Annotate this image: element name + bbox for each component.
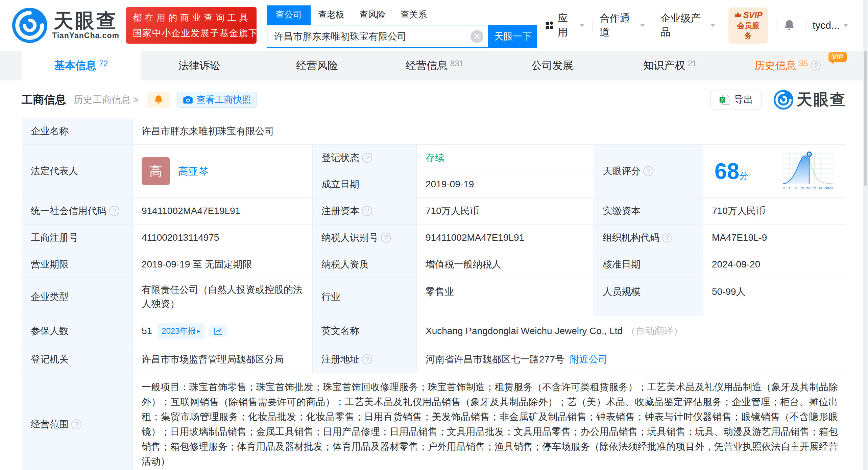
reg-number-label: 工商注册号: [22, 225, 133, 251]
reg-status-label: 登记状态?: [313, 145, 417, 171]
logo-subtitle: TianYanCha.com: [52, 31, 119, 40]
taxpayer-quality-label: 纳税人资质: [313, 251, 417, 278]
chevron-down-icon: [843, 24, 848, 27]
banner-line2: 国家中小企业发展子基金旗下机构: [133, 27, 250, 39]
table-row: 统一社会信用代码? 91411002MA47E19L91 注册资本? 710万人…: [22, 198, 846, 225]
table-row: 营业期限 2019-09-19 至 无固定期限 纳税人资质 增值税一般纳税人 核…: [22, 251, 846, 278]
svg-text:X: X: [721, 97, 724, 102]
company-name-value: 许昌市胖东来唯初珠宝有限公司: [133, 118, 847, 144]
est-date-value: 2019-09-19: [417, 171, 594, 198]
svg-text:0: 0: [783, 186, 785, 190]
svg-text:100: 100: [827, 186, 833, 190]
staff-size-label: 人员规模: [594, 278, 703, 316]
address-label: 注册地址?: [313, 346, 417, 373]
nearby-companies-link[interactable]: 附近公司: [570, 352, 608, 367]
help-icon[interactable]: ?: [362, 153, 372, 163]
tab-business-info[interactable]: 经营信息831: [376, 51, 493, 80]
reg-number-value: 411002013114975: [133, 225, 313, 251]
reg-capital-value: 710万人民币: [417, 198, 594, 224]
tab-company-development[interactable]: 公司发展: [493, 51, 611, 80]
search-tab-risk[interactable]: 查风险: [352, 5, 393, 25]
tab-intellectual-property[interactable]: 知识产权21: [611, 51, 729, 80]
nav-enterprise[interactable]: 企业级产品: [653, 11, 723, 39]
tianyancha-swirl-icon: [774, 90, 793, 110]
help-icon[interactable]: ?: [109, 206, 119, 216]
clear-search-icon[interactable]: ✕: [471, 30, 483, 43]
legal-rep-label: 法定代表人: [22, 145, 133, 197]
nav-apps[interactable]: 应用: [537, 11, 592, 39]
table-row: 企业名称 许昌市胖东来唯初珠宝有限公司: [22, 118, 846, 145]
camera-icon: [183, 95, 193, 104]
search-tab-company[interactable]: 查公司: [267, 5, 311, 25]
org-code-value: MA47E19L-9: [703, 225, 847, 251]
company-type-value: 有限责任公司（自然人投资或控股的法人独资）: [133, 278, 313, 316]
tab-operating-risk[interactable]: 经营风险: [258, 51, 376, 80]
crown-icon: [734, 11, 742, 18]
tab-history-info[interactable]: VIP 历史信息35 ?: [729, 51, 846, 80]
business-info-table: 企业名称 许昌市胖东来唯初珠宝有限公司 法定代表人 高 高亚琴 登记状态? 存续…: [22, 118, 846, 470]
export-button[interactable]: X 导出: [710, 90, 762, 110]
tianyancha-logo[interactable]: 天眼查 TianYanCha.com: [12, 8, 119, 43]
legal-rep-cell: 高 高亚琴: [133, 145, 313, 197]
monitor-bell-button[interactable]: [147, 92, 170, 108]
bell-icon: [154, 95, 163, 105]
logo-title: 天眼查: [52, 10, 119, 31]
tianyancha-swirl-icon: [12, 8, 47, 43]
tab-basic-info[interactable]: 基本信息72: [22, 51, 141, 80]
score-label: 天眼评分?: [594, 145, 703, 197]
scope-value: 一般项目：珠宝首饰零售；珠宝首饰批发；珠宝首饰回收修理服务；珠宝首饰制造；租赁服…: [133, 373, 847, 470]
table-row: 参保人数 51 2023年报▸ 英文名称 Xuchang Pangdonglai…: [22, 316, 846, 346]
address-cell: 河南省许昌市魏都区七一路277号 附近公司: [417, 346, 847, 373]
help-icon[interactable]: ?: [362, 206, 372, 216]
industry-value: 零售业: [417, 278, 594, 316]
table-row: 法定代表人 高 高亚琴 登记状态? 存续 成立日期 2019-09-19 天眼评…: [22, 145, 846, 198]
nav-partner[interactable]: 合作通道: [592, 11, 653, 39]
scrollbar[interactable]: [863, 0, 868, 470]
view-business-snapshot-button[interactable]: 查看工商快照: [177, 92, 257, 108]
help-icon[interactable]: ?: [811, 61, 821, 71]
scrollbar-thumb[interactable]: [864, 51, 867, 186]
svip-member-button[interactable]: SVIP 会员服务: [728, 7, 768, 44]
tab-legal[interactable]: 法律诉讼: [141, 51, 258, 80]
org-code-label: 组织机构代码?: [594, 225, 703, 251]
help-icon[interactable]: ?: [662, 233, 672, 243]
en-name-label: 英文名称: [313, 316, 417, 346]
score-value: 68: [715, 159, 739, 184]
company-tabbar: 基本信息72 法律诉讼 经营风险 经营信息831 公司发展 知识产权21 VIP…: [0, 51, 868, 80]
insured-label: 参保人数: [22, 316, 133, 346]
svg-text:3: 3: [795, 186, 797, 190]
paid-capital-label: 实缴资本: [594, 198, 703, 224]
svg-text:15: 15: [800, 186, 804, 190]
notifications-bell-icon[interactable]: [776, 19, 802, 31]
arrow-right-icon: ▸: [197, 327, 200, 336]
legal-rep-name-link[interactable]: 高亚琴: [178, 164, 209, 179]
history-business-info-link[interactable]: 历史工商信息 >: [74, 93, 139, 106]
svg-text:1: 1: [789, 186, 790, 190]
score-axis-labels: 0 1 3 15 50 85 97 99 100: [783, 186, 833, 190]
industry-label: 行业: [313, 278, 417, 316]
help-icon[interactable]: ?: [71, 419, 81, 429]
search-button[interactable]: 天眼一下: [489, 25, 537, 48]
tianyancha-watermark: 天眼查: [774, 89, 846, 110]
svg-text:85: 85: [813, 186, 816, 190]
annual-report-badge[interactable]: 2023年报▸: [158, 323, 204, 339]
company-name-label: 企业名称: [22, 118, 133, 144]
search-tab-boss[interactable]: 查老板: [311, 5, 352, 25]
search-tab-relation[interactable]: 查关系: [393, 5, 434, 25]
help-icon[interactable]: ?: [643, 166, 653, 176]
score-cell[interactable]: 68分: [703, 145, 847, 197]
user-menu[interactable]: tycd...: [805, 20, 856, 31]
credit-code-label: 统一社会信用代码?: [22, 198, 133, 224]
taxpayer-id-value: 91411002MA47E19L91: [417, 225, 594, 251]
approval-date-value: 2024-09-20: [703, 251, 847, 278]
search-input[interactable]: [267, 31, 471, 42]
chevron-down-icon: [579, 24, 585, 27]
header: 天眼查 TianYanCha.com 都在用的商业查询工具 国家中小企业发展子基…: [0, 0, 868, 51]
help-icon[interactable]: ?: [381, 233, 391, 243]
scope-label: 经营范围?: [22, 373, 133, 470]
legal-rep-avatar[interactable]: 高: [142, 157, 170, 185]
apps-grid-icon: [545, 20, 554, 31]
help-icon[interactable]: ?: [362, 354, 372, 365]
banner-line1: 都在用的商业查询工具: [133, 12, 250, 24]
trend-chart-button[interactable]: [210, 325, 227, 337]
